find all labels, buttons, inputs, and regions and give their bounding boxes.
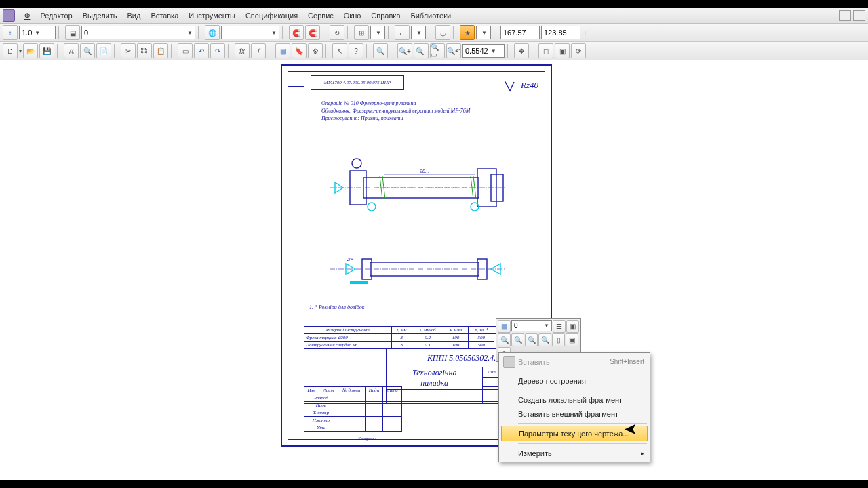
- coord-y[interactable]: 123.85: [541, 26, 580, 39]
- refresh-icon[interactable]: ↻: [330, 25, 344, 40]
- menu-tools[interactable]: Инструменты: [184, 9, 240, 22]
- snap-icon[interactable]: ★: [460, 25, 475, 40]
- menu-window[interactable]: Окно: [339, 9, 366, 22]
- drawing-number: МУ.1709.4.07.090.05.09.075 ШЈР: [311, 75, 404, 90]
- zoom-window-icon[interactable]: 🔍▭: [430, 43, 445, 58]
- app-icon: [3, 9, 15, 22]
- ctx-paste: ВставитьShift+Insert: [500, 354, 648, 369]
- zoom-fit-icon[interactable]: 🔍: [373, 43, 388, 58]
- menu-libs[interactable]: Библиотеки: [406, 9, 456, 22]
- bookmarks-icon[interactable]: 🔖: [292, 43, 307, 58]
- window-restore[interactable]: [853, 10, 865, 21]
- menu-service[interactable]: Сервис: [303, 9, 338, 22]
- ortho-dd[interactable]: ▼: [411, 26, 426, 39]
- operation-text: Операція № 010 Фрезерно-центрувальна Обл…: [321, 100, 470, 122]
- menu-file[interactable]: ФФайл: [20, 9, 35, 22]
- magnet-off-icon[interactable]: 🧲: [289, 25, 304, 40]
- open-icon[interactable]: 📂: [23, 43, 38, 58]
- svg-rect-20: [350, 281, 368, 284]
- ctx-external-fragment[interactable]: Вставить внешний фрагмент: [500, 407, 648, 421]
- toolbar-standard: 🗋 ▾ 📂 💾 🖨 🔍 📄 ✂ ⿻ 📋 ▭ ↶ ↷ fx 𝑓 ▤ 🔖 ⚙ ↖ ?…: [0, 42, 868, 60]
- menu-select[interactable]: Выделить: [78, 9, 122, 22]
- zoom-prev-icon[interactable]: 🔍↶: [446, 43, 461, 58]
- grid-dd[interactable]: ▼: [370, 26, 385, 39]
- menu-edit[interactable]: Редактор: [35, 9, 77, 22]
- snap-dd[interactable]: ▼: [476, 26, 491, 39]
- print-icon[interactable]: 🖨: [64, 43, 79, 58]
- globe-icon[interactable]: 🌐: [205, 25, 220, 40]
- scale-combo[interactable]: 1.0▼: [19, 26, 56, 39]
- zoom3-icon[interactable]: 🔍: [525, 333, 538, 346]
- shaft-view-2: 2×: [323, 249, 513, 289]
- float-props-icon[interactable]: ☰: [553, 320, 566, 333]
- zoom4-icon[interactable]: 🔍: [538, 333, 551, 346]
- rounding-icon[interactable]: ◡: [435, 25, 450, 40]
- style-combo[interactable]: ▼: [221, 26, 279, 39]
- svg-point-10: [368, 203, 376, 211]
- context-menu: ВставитьShift+Insert Дерево построения С…: [498, 352, 650, 462]
- redo-icon[interactable]: ↷: [210, 43, 225, 58]
- svg-text:2×: 2×: [347, 256, 353, 262]
- cut-icon[interactable]: ✂: [121, 43, 136, 58]
- view-all-icon[interactable]: ▣: [555, 43, 570, 58]
- zoom-combo[interactable]: 0.5542▼: [462, 44, 505, 58]
- toolbar-properties: ↕ 1.0▼ ⬓ 0▼ 🌐 ▼ 🧲 🧲 ↻ ⊞ ▼ ⌐ ▼ ◡ ★ ▼ 167.…: [0, 24, 868, 42]
- preview-icon[interactable]: 🔍: [80, 43, 95, 58]
- fx-icon[interactable]: fx: [235, 43, 250, 58]
- mgr-icon[interactable]: ⚙: [308, 43, 323, 58]
- paste-icon[interactable]: 📋: [153, 43, 168, 58]
- help-icon[interactable]: ?: [349, 43, 363, 58]
- zoom-in-icon[interactable]: 🔍+: [397, 43, 412, 58]
- ctx-local-fragment[interactable]: Создать локальный фрагмент: [500, 392, 648, 407]
- layers-mini-icon[interactable]: ▤: [498, 320, 511, 333]
- menu-spec[interactable]: Спецификация: [241, 9, 302, 22]
- doc-icon[interactable]: ▯: [552, 333, 565, 346]
- zoom-out-icon[interactable]: 🔍-: [414, 43, 429, 58]
- layer-combo[interactable]: 0▼: [81, 26, 195, 39]
- hatch-icon[interactable]: ⬓: [65, 25, 80, 40]
- paste-icon: [503, 356, 515, 368]
- magnet-on-icon[interactable]: 🧲: [305, 25, 320, 40]
- note-ref: 1. * Розміри для довідок: [309, 304, 365, 310]
- float-close-icon[interactable]: ▣: [566, 320, 579, 333]
- coord-x[interactable]: 167.57: [500, 26, 540, 39]
- menu-help[interactable]: Справка: [366, 9, 405, 22]
- ctx-drawing-params[interactable]: Параметры текущего чертежа...: [501, 426, 648, 441]
- zoom2-icon[interactable]: 🔍: [511, 333, 524, 346]
- svg-text:28...: 28...: [419, 169, 429, 174]
- layers-icon[interactable]: ▤: [275, 43, 290, 58]
- shaft-view-1: 28...: [323, 154, 513, 222]
- redraw-icon[interactable]: ⟳: [571, 43, 586, 58]
- arrow-up-down-icon[interactable]: ↕: [3, 25, 18, 40]
- window-minimize[interactable]: [839, 10, 851, 21]
- vars-icon[interactable]: 𝑓: [251, 43, 266, 58]
- ctx-measure[interactable]: Измерить▸: [500, 446, 648, 460]
- menu-insert[interactable]: Вставка: [146, 9, 183, 22]
- views-icon[interactable]: ▣: [566, 333, 578, 346]
- pan-icon[interactable]: ✥: [514, 43, 529, 58]
- roughness-symbol: Rz40: [503, 79, 538, 93]
- drawing-canvas[interactable]: МУ.1709.4.07.090.05.09.075 ШЈР Rz40 Опер…: [0, 60, 868, 480]
- spec-icon[interactable]: 📄: [96, 43, 111, 58]
- svg-point-5: [352, 159, 361, 168]
- grid-icon[interactable]: ⊞: [354, 25, 369, 40]
- menu-view[interactable]: Вид: [122, 9, 145, 22]
- new-icon[interactable]: 🗋: [3, 43, 18, 58]
- select-icon[interactable]: ▭: [178, 43, 193, 58]
- save-icon[interactable]: 💾: [39, 43, 54, 58]
- dock-icon[interactable]: ⸽: [582, 26, 588, 39]
- cursor-icon[interactable]: ↖: [332, 43, 347, 58]
- ctx-tree[interactable]: Дерево построения: [500, 373, 648, 388]
- copy-icon[interactable]: ⿻: [137, 43, 152, 58]
- ortho-icon[interactable]: ⌐: [395, 25, 410, 40]
- view-fit-icon[interactable]: ◻: [538, 43, 553, 58]
- undo-icon[interactable]: ↶: [194, 43, 209, 58]
- zoom1-icon[interactable]: 🔍: [498, 333, 511, 346]
- float-layer-combo[interactable]: 0▼: [511, 320, 552, 331]
